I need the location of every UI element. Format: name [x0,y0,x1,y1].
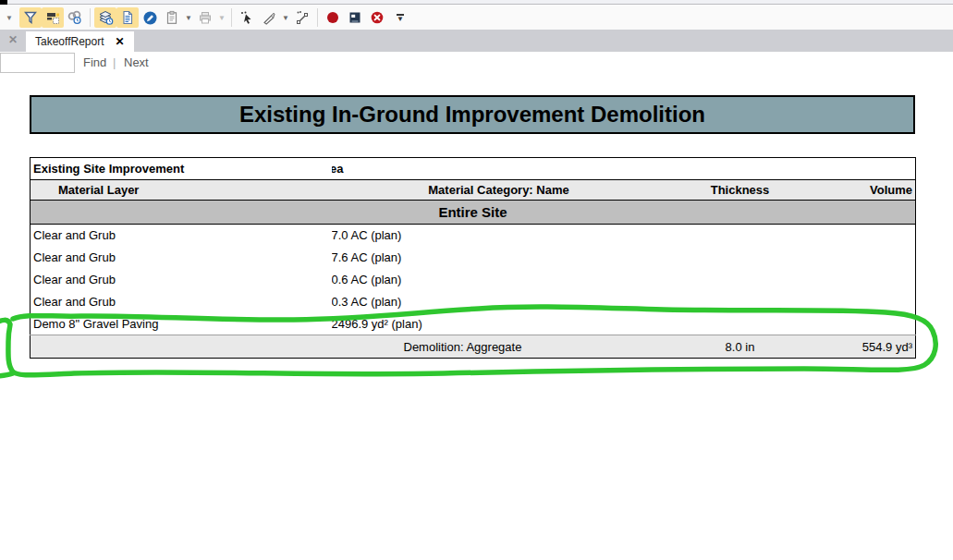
header-area: Area [332,158,666,180]
report-layout-button[interactable] [42,7,64,28]
cell-layer: Demo 8" Gravel Paving [31,313,332,335]
find-bar: Find | Next [0,52,953,75]
record-icon [325,10,340,25]
report-layout-icon [45,10,60,25]
measure-line-icon [295,10,310,25]
table-header-row-1: Existing Site Improvement Area [31,158,916,180]
main-toolbar: ▼ [0,6,953,30]
subtotal-thickness: 8.0 in [666,335,814,359]
section-label: Entire Site [31,201,916,225]
sync-history-icon [67,10,83,25]
cell-area: 7.6 AC (plan) [332,247,666,269]
header-volume: Volume [814,180,916,201]
header-thickness: Thickness [666,180,814,201]
subtotal-row: Demolition: Aggregate 8.0 in 554.9 yd³ [31,335,916,359]
find-input[interactable] [0,53,75,73]
report-title-banner: Existing In-Ground Improvement Demolitio… [30,95,915,134]
edit-icon [142,10,158,26]
cell-area: 7.0 AC (plan) [332,225,666,247]
toolbar-separator [317,8,318,27]
cell-layer: Clear and Grub [31,247,332,269]
subtotal-category: Demolition: Aggregate [332,335,666,359]
select-points-icon [239,10,255,25]
screen-corner-artifact [0,0,7,5]
toolbar-separator [90,8,91,27]
header-material-category: Material Category: Name [332,180,666,201]
cell-area: 2496.9 yd² (plan) [332,313,666,335]
document-button[interactable] [116,7,139,28]
measure-line-button[interactable] [291,7,313,28]
pen-tool-dropdown-icon[interactable]: ▼ [280,7,291,28]
toolbar-separator [231,8,232,27]
layers-history-button[interactable] [94,7,116,28]
subtotal-volume: 554.9 yd³ [814,335,916,359]
command-window-button[interactable] [344,7,366,28]
close-error-icon [370,10,385,25]
cell-area: 0.6 AC (plan) [332,269,666,291]
clipboard-dropdown-icon[interactable]: ▼ [183,7,194,28]
clipboard-icon [165,10,179,25]
table-row: Demo 8" Gravel Paving 2496.9 yd² (plan) [31,313,916,335]
cell-layer: Clear and Grub [31,225,332,247]
filter-button[interactable] [19,7,42,28]
select-points-button[interactable] [236,7,258,28]
section-band-entire-site: Entire Site [31,201,916,225]
print-button[interactable] [194,7,216,28]
report-title: Existing In-Ground Improvement Demolitio… [239,102,705,128]
cell-layer: Clear and Grub [31,291,332,313]
table-header-row-2: Material Layer Material Category: Name T… [31,180,916,201]
tab-takeoff-report[interactable]: TakeoffReport ✕ [26,31,134,52]
sync-history-button[interactable] [64,7,86,28]
clipboard-button[interactable] [161,7,183,28]
table-row: Clear and Grub 0.3 AC (plan) [31,291,916,313]
window-top-strip [0,0,953,5]
print-icon [198,10,213,25]
header-material-layer: Material Layer [31,180,332,201]
layers-history-icon [98,10,114,25]
pen-tool-button[interactable] [258,7,280,28]
takeoff-report-table: Existing Site Improvement Area Material … [30,157,916,359]
toolbar-overflow-icon[interactable]: ▼ [394,14,407,22]
filter-icon [23,10,38,25]
pen-tool-icon [262,10,276,25]
find-next-separator: | [113,55,116,69]
tab-strip: ✕ TakeoffReport ✕ [0,30,953,52]
print-dropdown-icon[interactable]: ▼ [216,7,227,28]
tab-label: TakeoffReport [35,35,104,48]
table-row: Clear and Grub 7.0 AC (plan) [31,225,916,247]
document-icon [120,10,135,25]
command-window-icon [348,10,362,25]
next-button[interactable]: Next [124,55,149,69]
table-row: Clear and Grub 7.6 AC (plan) [31,247,916,269]
cell-layer: Clear and Grub [31,269,332,291]
edit-button[interactable] [139,7,161,28]
table-row: Clear and Grub 0.6 AC (plan) [31,269,916,291]
header-existing-site-improvement: Existing Site Improvement [31,158,332,180]
find-button[interactable]: Find [83,55,106,69]
close-error-button[interactable] [366,7,388,28]
panel-close-icon[interactable]: ✕ [8,33,18,46]
toolbar-options-dropdown-icon[interactable]: ▼ [3,7,16,28]
tab-close-icon[interactable]: ✕ [116,35,125,48]
cell-area: 0.3 AC (plan) [332,291,666,313]
record-button[interactable] [322,7,344,28]
